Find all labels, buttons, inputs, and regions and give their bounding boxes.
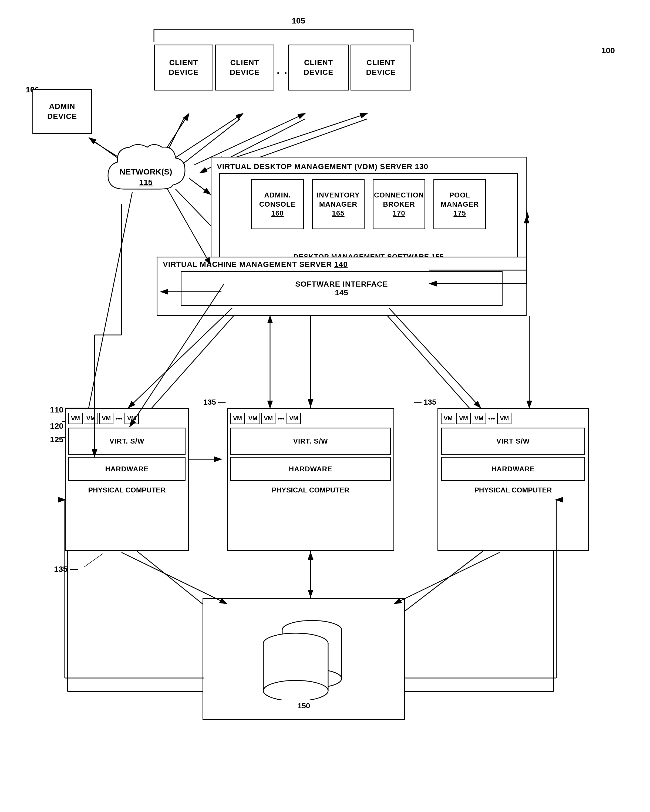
phys-comp-2-label: PHYSICAL COMPUTER [227,483,394,497]
physical-computer-1: VM VM VM ••• VM VIRT. S/W HARDWARE PHYSI… [65,408,189,551]
hardware-2-label: HARDWARE [289,465,332,473]
svg-line-67 [122,553,227,604]
svg-line-38 [84,554,102,567]
storage-cylinders [236,608,371,700]
ref-125: 125 [50,435,64,444]
vm-1-3: VM [99,413,113,424]
network-label: NETWORK(S) [120,167,172,176]
vm-3-1: VM [441,413,455,424]
ref-120: 120 [50,421,64,430]
sw-interface-box: SOFTWARE INTERFACE145 [181,271,502,306]
physical-computer-3: — 135 VM VM VM ••• VM VIRT S/W HARDWARE … [438,408,589,551]
vm-dots-1: ••• [114,415,124,422]
vm-3-2: VM [456,413,471,424]
vm-server-box: VIRTUAL MACHINE MANAGEMENT SERVER 140 SO… [157,256,526,316]
client-device-1: CLIENT DEVICE [154,44,213,90]
phys-comp-3-label: PHYSICAL COMPUTER [438,483,588,497]
vm-server-label: VIRTUAL MACHINE MANAGEMENT SERVER 140 [163,260,348,269]
diagram: 100 105 106 CLIENT DEVICE CLIENT DEVICE … [0,0,650,812]
admin-console-box: ADMIN.CONSOLE160 [251,179,304,229]
ref-135-3: 135 — [54,565,78,574]
storage-label: 150 [298,702,310,710]
svg-point-51 [263,681,328,700]
admin-console-label: ADMIN.CONSOLE160 [259,191,296,218]
client-device-3: CLIENT DEVICE [288,44,349,90]
inventory-manager-label: INVENTORYMANAGER165 [317,191,360,218]
svg-line-70 [128,308,232,408]
svg-line-68 [394,553,500,604]
physical-computer-2: 135 — VM VM VM ••• VM VIRT. S/W HARDWARE… [227,408,394,551]
hardware-3-label: HARDWARE [491,465,535,473]
vm-1-1: VM [68,413,82,424]
hardware-3: HARDWARE [441,457,585,481]
vm-2-1: VM [230,413,245,424]
pool-manager-box: POOLMANAGER175 [433,179,486,229]
sw-interface-label: SOFTWARE INTERFACE145 [295,280,388,297]
virt-sw-1: VIRT. S/W [68,427,186,455]
admin-device-box: ADMIN DEVICE [32,89,92,134]
storage-box: 150 [203,598,405,720]
client-device-4: CLIENT DEVICE [351,44,411,90]
phys-comp-1-label: PHYSICAL COMPUTER [66,483,188,497]
vm-3-4: VM [497,413,511,424]
inventory-manager-box: INVENTORYMANAGER165 [312,179,365,229]
hardware-1-label: HARDWARE [105,465,148,473]
vm-3-3: VM [472,413,486,424]
vm-1-4: VM [125,413,139,424]
vm-dots-2: ••• [276,415,285,422]
ref-135-1: 135 — [203,398,226,406]
ref-100: 100 [601,46,615,55]
vm-2-4: VM [287,413,301,424]
vm-row-1: VM VM VM ••• VM [68,413,186,424]
virt-sw-3: VIRT S/W [441,427,585,455]
ref-135-2: — 135 [414,398,436,406]
vm-2-3: VM [261,413,275,424]
vm-1-2: VM [84,413,98,424]
hardware-2: HARDWARE [230,457,391,481]
vm-2-2: VM [246,413,260,424]
vm-row-3: VM VM VM ••• VM [441,413,585,424]
vdm-server-label: VIRTUAL DESKTOP MANAGEMENT (VDM) SERVER … [211,160,428,173]
client-device-2: CLIENT DEVICE [215,44,275,90]
ref-105: 105 [291,16,305,25]
virt-sw-2: VIRT. S/W [230,427,391,455]
hardware-1: HARDWARE [68,457,186,481]
vm-dots-3: ••• [487,415,496,422]
virt-sw-2-label: VIRT. S/W [293,437,328,446]
virt-sw-3-label: VIRT S/W [496,437,530,446]
virt-sw-1-label: VIRT. S/W [110,437,145,446]
svg-line-78 [189,178,211,194]
pool-manager-label: POOLMANAGER175 [441,191,479,218]
ref-110: 110 [50,405,64,414]
connection-broker-label: CONNECTIONBROKER170 [374,191,424,218]
vm-row-2: VM VM VM ••• VM [230,413,391,424]
svg-line-71 [389,308,481,408]
network-ref: 115 [139,178,153,187]
connection-broker-box: CONNECTIONBROKER170 [373,179,425,229]
network-cloud: NETWORK(S) 115 [102,140,189,205]
